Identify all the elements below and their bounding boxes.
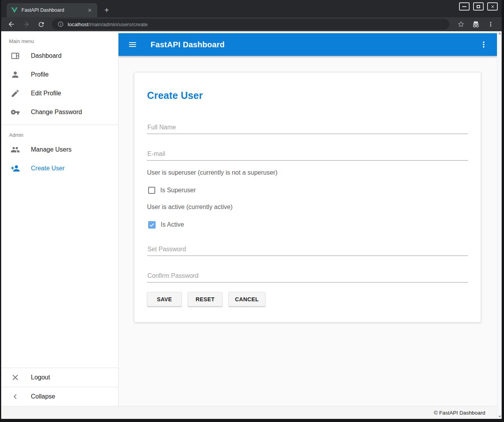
- superuser-checkbox[interactable]: [148, 187, 155, 194]
- minimize-icon: [462, 6, 466, 7]
- sidebar-item-label: Logout: [31, 374, 50, 381]
- confirm-password-input[interactable]: [147, 272, 468, 283]
- chevron-left-icon: [11, 392, 20, 401]
- close-icon: [490, 4, 495, 9]
- page-scrollbar[interactable]: [497, 31, 502, 419]
- sidebar-item-create-user[interactable]: Create User: [1, 159, 118, 178]
- superuser-checkbox-row[interactable]: Is Superuser: [147, 186, 468, 195]
- browser-tab-strip: FastAPI Dashboard ✕ +: [1, 0, 502, 17]
- bookmark-star-button[interactable]: [457, 21, 465, 28]
- maximize-icon: [477, 5, 480, 8]
- hamburger-menu-button[interactable]: [128, 40, 137, 49]
- url-path: /main/admin/users/create: [88, 21, 148, 27]
- incognito-indicator: [472, 21, 480, 28]
- full-name-field-wrap: [147, 124, 468, 134]
- email-field-wrap: [147, 150, 468, 161]
- browser-tab[interactable]: FastAPI Dashboard ✕: [7, 3, 97, 17]
- sidebar-item-profile[interactable]: Profile: [1, 65, 118, 84]
- checkmark-icon: [149, 222, 155, 228]
- form-buttons: SAVE RESET CANCEL: [147, 292, 468, 306]
- confirm-password-field-wrap: [147, 272, 468, 283]
- incognito-icon: [472, 21, 480, 28]
- active-hint: User is active (currently active): [147, 204, 468, 211]
- sidebar-item-collapse[interactable]: Collapse: [1, 387, 118, 406]
- browser-menu-button[interactable]: [487, 21, 494, 28]
- page-title: Create User: [147, 90, 468, 101]
- new-tab-button[interactable]: +: [104, 6, 109, 14]
- back-arrow-icon: [7, 20, 15, 28]
- main-area: FastAPI Dashboard Create User: [118, 31, 497, 406]
- pencil-icon: [11, 89, 20, 98]
- sidebar-item-manage-users[interactable]: Manage Users: [1, 140, 118, 159]
- content-area: Create User User is superuser (currently…: [118, 56, 497, 406]
- sidebar-item-logout[interactable]: Logout: [1, 368, 118, 387]
- sidebar-item-change-password[interactable]: Change Password: [1, 103, 118, 122]
- key-icon: [11, 107, 20, 117]
- create-user-card: Create User User is superuser (currently…: [134, 72, 481, 322]
- sidebar-item-dashboard[interactable]: Dashboard: [1, 46, 118, 65]
- url-bar[interactable]: localhost/main/admin/users/create: [52, 19, 449, 30]
- sidebar-section-main-menu: Main menu: [1, 31, 118, 46]
- set-password-field-wrap: [147, 246, 468, 256]
- star-icon: [457, 21, 465, 28]
- more-vert-icon: [487, 21, 494, 28]
- reload-button[interactable]: [36, 20, 46, 29]
- active-checkbox[interactable]: [148, 221, 156, 229]
- set-password-input[interactable]: [147, 246, 468, 256]
- url-text: localhost/main/admin/users/create: [68, 21, 148, 27]
- tab-title: FastAPI Dashboard: [22, 7, 86, 13]
- vue-favicon: [11, 7, 18, 13]
- sidebar-item-label: Dashboard: [31, 52, 61, 59]
- app-title: FastAPI Dashboard: [151, 40, 225, 49]
- window-maximize-button[interactable]: [473, 2, 484, 11]
- sidebar-item-label: Edit Profile: [31, 90, 61, 97]
- footer-copyright: © FastAPI Dashboard: [434, 410, 485, 416]
- forward-button[interactable]: [22, 20, 31, 29]
- reset-button[interactable]: RESET: [188, 292, 222, 306]
- sidebar-item-label: Manage Users: [31, 146, 72, 153]
- save-button[interactable]: SAVE: [147, 292, 182, 306]
- full-name-input[interactable]: [147, 124, 468, 134]
- person-add-icon: [11, 164, 20, 173]
- app-header: FastAPI Dashboard: [118, 33, 497, 56]
- page-info-icon[interactable]: [57, 21, 64, 27]
- sidebar-item-edit-profile[interactable]: Edit Profile: [1, 84, 118, 103]
- back-button[interactable]: [7, 20, 16, 29]
- browser-window: FastAPI Dashboard ✕ + localhost/main/adm…: [0, 0, 504, 422]
- sidebar-spacer: [1, 178, 118, 368]
- close-icon: [11, 373, 20, 382]
- scroll-up-arrow-icon[interactable]: [498, 32, 501, 34]
- dashboard-web-icon: [11, 51, 20, 61]
- sidebar: Main menu Dashboard Profile Edit Profile: [1, 31, 118, 406]
- window-close-button[interactable]: [487, 2, 498, 11]
- tab-close-icon[interactable]: ✕: [86, 7, 93, 14]
- sidebar-section-admin: Admin: [1, 125, 118, 140]
- active-checkbox-row[interactable]: Is Active: [147, 220, 468, 229]
- cancel-button[interactable]: CANCEL: [228, 292, 265, 306]
- url-host: localhost: [68, 21, 88, 27]
- browser-toolbar: localhost/main/admin/users/create: [1, 17, 502, 31]
- reload-icon: [38, 21, 45, 28]
- scroll-down-arrow-icon[interactable]: [498, 416, 501, 418]
- sidebar-item-label: Collapse: [31, 393, 55, 400]
- forward-arrow-icon: [22, 20, 30, 28]
- footer: © FastAPI Dashboard: [1, 406, 497, 419]
- sidebar-item-label: Profile: [31, 71, 48, 78]
- window-minimize-button[interactable]: [459, 2, 470, 11]
- app-menu-button[interactable]: [479, 40, 488, 49]
- person-icon: [11, 70, 20, 79]
- sidebar-item-label: Change Password: [31, 109, 82, 116]
- group-icon: [11, 145, 20, 154]
- superuser-hint: User is superuser (currently is not a su…: [147, 169, 468, 176]
- sidebar-item-label: Create User: [31, 165, 65, 172]
- email-input[interactable]: [147, 150, 468, 161]
- superuser-checkbox-label: Is Superuser: [160, 187, 196, 194]
- active-checkbox-label: Is Active: [161, 221, 184, 228]
